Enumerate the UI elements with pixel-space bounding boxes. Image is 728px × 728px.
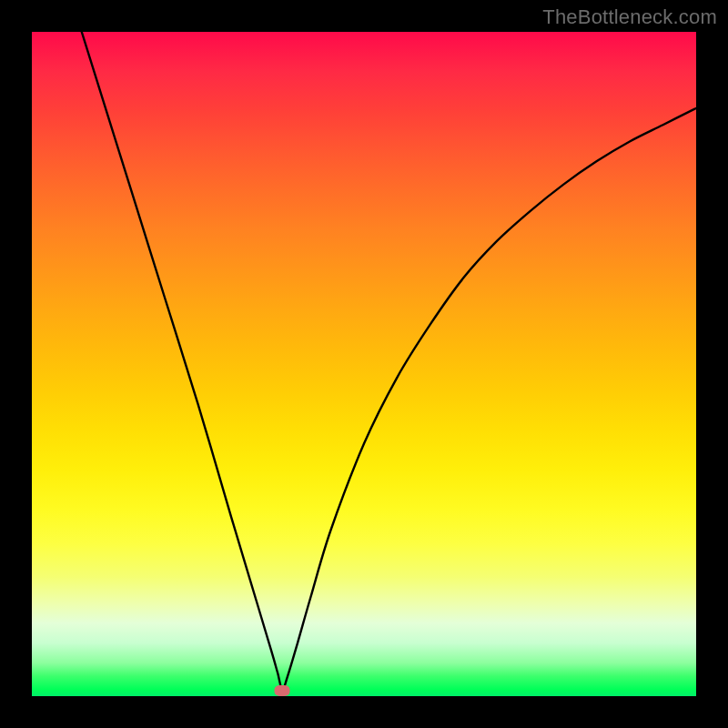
chart-frame: TheBottleneck.com bbox=[0, 0, 728, 728]
plot-area bbox=[32, 32, 696, 696]
watermark-text: TheBottleneck.com bbox=[542, 5, 717, 29]
bottleneck-curve bbox=[32, 32, 696, 696]
minimum-marker bbox=[275, 685, 290, 696]
